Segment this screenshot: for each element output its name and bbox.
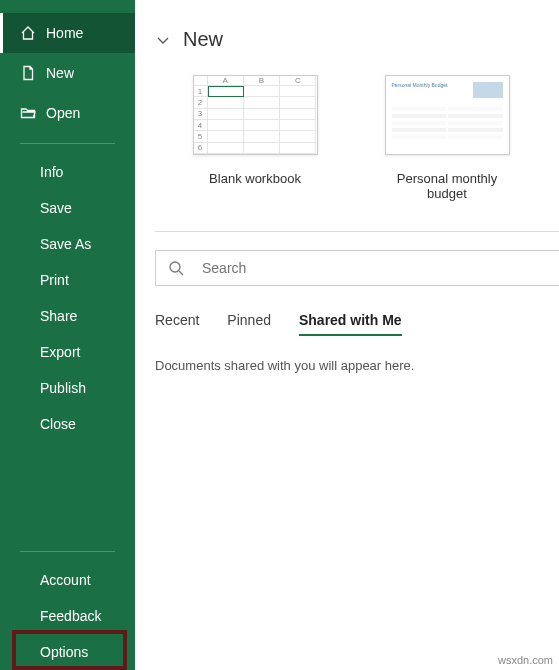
- sidebar: Home New Open Info Save Save As Print Sh…: [0, 0, 135, 670]
- sidebar-item-print[interactable]: Print: [0, 262, 135, 298]
- sidebar-item-saveas[interactable]: Save As: [0, 226, 135, 262]
- sidebar-item-options[interactable]: Options: [0, 634, 135, 670]
- sidebar-file-group: Info Save Save As Print Share Export Pub…: [0, 154, 135, 442]
- section-header[interactable]: New: [155, 28, 559, 51]
- watermark: wsxdn.com: [498, 654, 553, 666]
- tab-shared-with-me[interactable]: Shared with Me: [299, 312, 402, 336]
- chevron-down-icon: [155, 32, 171, 48]
- tab-pinned[interactable]: Pinned: [227, 312, 271, 336]
- template-label: Personal monthly budget: [377, 171, 517, 201]
- sidebar-label: Home: [46, 25, 83, 41]
- sidebar-item-account[interactable]: Account: [0, 562, 135, 598]
- sidebar-item-info[interactable]: Info: [0, 154, 135, 190]
- tabs: Recent Pinned Shared with Me: [155, 312, 559, 336]
- sidebar-item-export[interactable]: Export: [0, 334, 135, 370]
- sidebar-item-feedback[interactable]: Feedback: [0, 598, 135, 634]
- app-root: Home New Open Info Save Save As Print Sh…: [0, 0, 559, 670]
- search-input[interactable]: [202, 260, 547, 276]
- template-blank-workbook[interactable]: ABC 1 2 3 4 5 6 Blank workbook: [185, 75, 325, 201]
- svg-point-0: [170, 262, 180, 272]
- sidebar-bottom-group: Account Feedback Options: [0, 541, 135, 670]
- template-thumb: ABC 1 2 3 4 5 6: [193, 75, 318, 155]
- search-icon: [168, 260, 184, 276]
- template-label: Blank workbook: [209, 171, 301, 186]
- sidebar-item-home[interactable]: Home: [0, 13, 135, 53]
- empty-state-message: Documents shared with you will appear he…: [155, 358, 559, 373]
- content-divider: [155, 231, 559, 232]
- sidebar-divider: [20, 551, 115, 552]
- sidebar-item-open[interactable]: Open: [0, 93, 135, 133]
- sidebar-item-new[interactable]: New: [0, 53, 135, 93]
- home-icon: [20, 25, 36, 41]
- main-content: New ABC 1 2 3 4 5 6 Blank workbook: [135, 0, 559, 670]
- sidebar-primary: Home New Open: [0, 0, 135, 133]
- template-thumb: Personal Monthly Budget: [385, 75, 510, 155]
- sidebar-item-save[interactable]: Save: [0, 190, 135, 226]
- sidebar-label: New: [46, 65, 74, 81]
- folder-open-icon: [20, 105, 36, 121]
- new-document-icon: [20, 65, 36, 81]
- section-title: New: [183, 28, 223, 51]
- sidebar-label: Open: [46, 105, 80, 121]
- search-box[interactable]: [155, 250, 559, 286]
- templates-row: ABC 1 2 3 4 5 6 Blank workbook Personal …: [185, 75, 559, 201]
- sidebar-item-publish[interactable]: Publish: [0, 370, 135, 406]
- sidebar-item-share[interactable]: Share: [0, 298, 135, 334]
- template-personal-monthly-budget[interactable]: Personal Monthly Budget Pe: [377, 75, 517, 201]
- tab-recent[interactable]: Recent: [155, 312, 199, 336]
- sidebar-divider: [20, 143, 115, 144]
- sidebar-item-close[interactable]: Close: [0, 406, 135, 442]
